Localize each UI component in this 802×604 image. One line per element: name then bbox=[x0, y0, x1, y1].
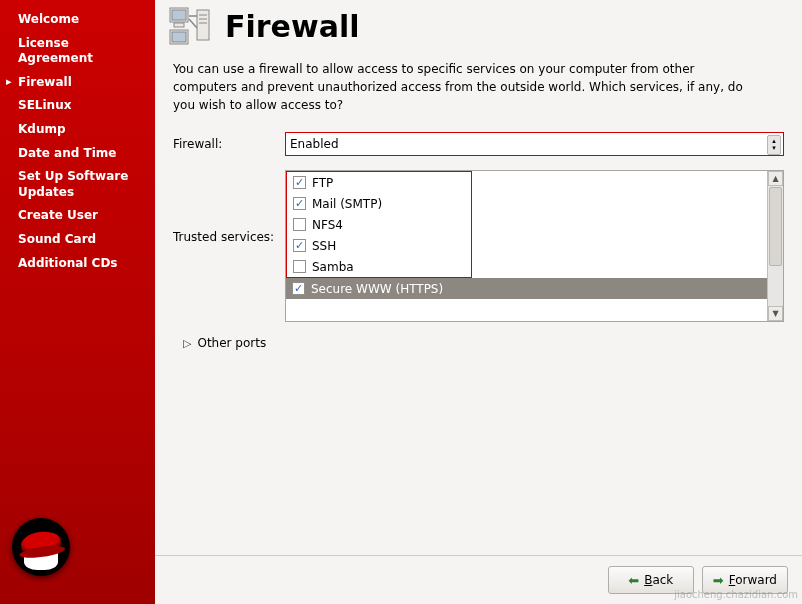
firewall-label: Firewall: bbox=[173, 137, 285, 151]
sidebar: Welcome License Agreement Firewall SELin… bbox=[0, 0, 155, 604]
body: You can use a firewall to allow access t… bbox=[155, 48, 802, 555]
description-text: You can use a firewall to allow access t… bbox=[173, 60, 753, 114]
logo-area bbox=[0, 508, 155, 596]
expand-triangle-icon: ▷ bbox=[183, 337, 191, 350]
checkbox-icon[interactable] bbox=[293, 176, 306, 189]
sidebar-item-createuser[interactable]: Create User bbox=[0, 204, 155, 228]
service-label: NFS4 bbox=[312, 218, 343, 232]
service-label: Samba bbox=[312, 260, 354, 274]
service-item-ftp[interactable]: FTP bbox=[287, 172, 471, 193]
firewall-value: Enabled bbox=[290, 137, 339, 151]
service-item-https[interactable]: Secure WWW (HTTPS) bbox=[286, 278, 767, 299]
back-arrow-icon: ⬅ bbox=[628, 573, 639, 588]
firewall-header-icon bbox=[169, 6, 215, 46]
sidebar-items: Welcome License Agreement Firewall SELin… bbox=[0, 8, 155, 508]
footer: ⬅ Back ➡ Forward bbox=[155, 555, 802, 604]
page-title: Firewall bbox=[225, 9, 359, 44]
main-panel: Firewall You can use a firewall to allow… bbox=[155, 0, 802, 604]
back-button[interactable]: ⬅ Back bbox=[608, 566, 694, 594]
forward-arrow-icon: ➡ bbox=[713, 573, 724, 588]
service-label: Mail (SMTP) bbox=[312, 197, 382, 211]
service-item-samba[interactable]: Samba bbox=[287, 256, 471, 277]
sidebar-item-additionalcds[interactable]: Additional CDs bbox=[0, 252, 155, 276]
scroll-down-icon[interactable]: ▼ bbox=[768, 306, 783, 321]
forward-label: Forward bbox=[729, 573, 777, 587]
redhat-logo-icon bbox=[12, 518, 70, 576]
firewall-row: Firewall: Enabled ▴▾ bbox=[173, 132, 784, 156]
checkbox-icon[interactable] bbox=[293, 239, 306, 252]
services-list: FTP Mail (SMTP) NFS4 SSH bbox=[286, 171, 767, 321]
expander-label: Other ports bbox=[197, 336, 266, 350]
svg-rect-2 bbox=[174, 23, 184, 27]
checkbox-icon[interactable] bbox=[293, 218, 306, 231]
service-label: FTP bbox=[312, 176, 333, 190]
service-item-ssh[interactable]: SSH bbox=[287, 235, 471, 256]
back-label: Back bbox=[644, 573, 673, 587]
scroll-thumb[interactable] bbox=[769, 187, 782, 266]
header: Firewall bbox=[155, 0, 802, 48]
sidebar-item-updates[interactable]: Set Up Software Updates bbox=[0, 165, 155, 204]
trusted-row: Trusted services: FTP Mail (SMTP) bbox=[173, 170, 784, 322]
sidebar-item-license[interactable]: License Agreement bbox=[0, 32, 155, 71]
svg-line-4 bbox=[189, 19, 197, 28]
other-ports-expander[interactable]: ▷ Other ports bbox=[173, 322, 784, 350]
service-item-mail[interactable]: Mail (SMTP) bbox=[287, 193, 471, 214]
sidebar-item-welcome[interactable]: Welcome bbox=[0, 8, 155, 32]
sidebar-item-soundcard[interactable]: Sound Card bbox=[0, 228, 155, 252]
checkbox-icon[interactable] bbox=[292, 282, 305, 295]
combobox-spinner-icon[interactable]: ▴▾ bbox=[767, 135, 781, 155]
service-item-nfs4[interactable]: NFS4 bbox=[287, 214, 471, 235]
service-label: SSH bbox=[312, 239, 336, 253]
checkbox-icon[interactable] bbox=[293, 197, 306, 210]
svg-rect-10 bbox=[172, 32, 186, 42]
svg-rect-1 bbox=[172, 10, 186, 20]
sidebar-item-firewall[interactable]: Firewall bbox=[0, 71, 155, 95]
firewall-combobox[interactable]: Enabled ▴▾ bbox=[285, 132, 784, 156]
sidebar-item-datetime[interactable]: Date and Time bbox=[0, 142, 155, 166]
scroll-up-icon[interactable]: ▲ bbox=[768, 171, 783, 186]
forward-button[interactable]: ➡ Forward bbox=[702, 566, 788, 594]
checkbox-icon[interactable] bbox=[293, 260, 306, 273]
services-listbox: FTP Mail (SMTP) NFS4 SSH bbox=[285, 170, 784, 322]
trusted-label: Trusted services: bbox=[173, 170, 285, 244]
scrollbar[interactable]: ▲ ▼ bbox=[767, 171, 783, 321]
sidebar-item-kdump[interactable]: Kdump bbox=[0, 118, 155, 142]
service-label: Secure WWW (HTTPS) bbox=[311, 282, 443, 296]
sidebar-item-selinux[interactable]: SELinux bbox=[0, 94, 155, 118]
